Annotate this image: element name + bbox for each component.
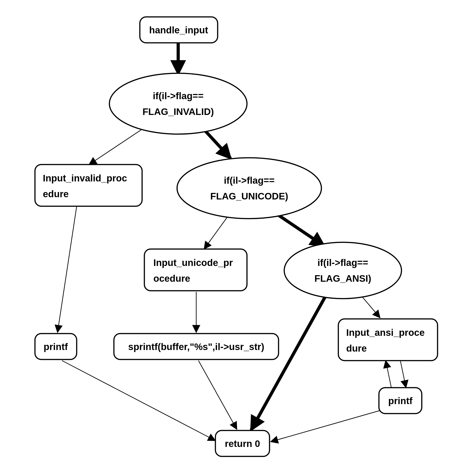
- edge-sprintf-to-return: [199, 361, 237, 429]
- edge-ansiproc-to-printfright: [400, 361, 406, 388]
- node-sprintf: sprintf(buffer,"%s",il->usr_str): [114, 333, 279, 359]
- edge-invalid-to-unicode: [203, 129, 230, 158]
- edge-printfright-to-return: [271, 410, 381, 442]
- label-proc-unicode-2: ocedure: [153, 273, 190, 284]
- svg-point-5: [284, 242, 401, 299]
- edge-unicode-to-proc: [204, 216, 228, 249]
- label-proc-ansi-1: Input_ansi_proce: [346, 327, 425, 338]
- label-cond-ansi-1: if(il->flag==: [317, 257, 368, 268]
- label-return0: return 0: [225, 438, 260, 449]
- label-cond-invalid-2: FLAG_INVALID): [143, 106, 214, 117]
- node-proc-ansi: Input_ansi_proce dure: [338, 319, 438, 361]
- edge-ansi-to-return: [252, 298, 325, 429]
- label-printf-left: printf: [44, 341, 68, 352]
- flowchart-diagram: handle_input if(il->flag== FLAG_INVALID)…: [0, 0, 452, 476]
- node-handle-input: handle_input: [140, 17, 218, 43]
- node-proc-invalid: Input_invalid_proc edure: [35, 164, 142, 206]
- node-proc-unicode: Input_unicode_pr ocedure: [144, 249, 247, 291]
- edge-invalidproc-to-printf: [58, 206, 77, 333]
- label-printf-right: printf: [388, 396, 412, 406]
- label-proc-invalid-1: Input_invalid_proc: [43, 173, 127, 183]
- edge-invalid-to-proc: [89, 126, 146, 164]
- label-handle-input: handle_input: [149, 25, 208, 35]
- label-sprintf: sprintf(buffer,"%s",il->usr_str): [128, 341, 264, 352]
- svg-rect-4: [144, 249, 247, 291]
- label-cond-unicode-1: if(il->flag==: [224, 175, 274, 186]
- node-cond-invalid: if(il->flag== FLAG_INVALID): [109, 73, 247, 134]
- node-printf-right: printf: [379, 388, 422, 414]
- node-return0: return 0: [215, 430, 270, 456]
- edge-unicode-to-ansi: [279, 215, 324, 246]
- svg-rect-6: [338, 319, 438, 361]
- edge-printfright-to-ansiproc: [386, 361, 391, 388]
- label-proc-invalid-2: edure: [43, 189, 69, 199]
- node-cond-unicode: if(il->flag== FLAG_UNICODE): [177, 158, 321, 219]
- edge-ansi-to-proc: [361, 295, 380, 318]
- svg-rect-2: [35, 164, 142, 206]
- label-proc-ansi-2: dure: [346, 343, 367, 354]
- node-cond-ansi: if(il->flag== FLAG_ANSI): [284, 242, 401, 299]
- svg-point-1: [109, 73, 247, 134]
- svg-point-3: [177, 158, 321, 219]
- label-cond-invalid-1: if(il->flag==: [153, 91, 203, 101]
- label-cond-unicode-2: FLAG_UNICODE): [210, 191, 288, 202]
- edge-printfleft-to-return: [62, 361, 215, 441]
- node-printf-left: printf: [35, 333, 77, 359]
- label-proc-unicode-1: Input_unicode_pr: [153, 257, 233, 268]
- label-cond-ansi-2: FLAG_ANSI): [314, 273, 371, 284]
